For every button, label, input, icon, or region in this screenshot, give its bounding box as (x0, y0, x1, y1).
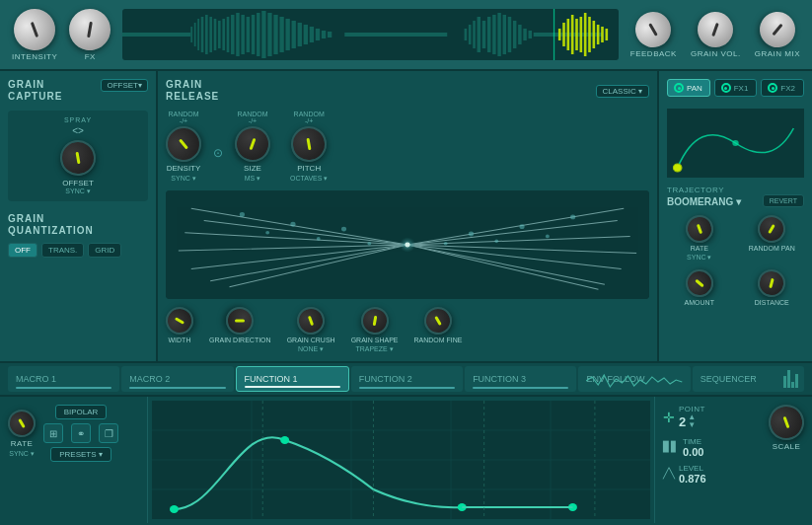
svg-rect-55 (601, 27, 604, 42)
sequencer-item[interactable]: SEQUENCER (693, 366, 804, 392)
copy-icon-btn[interactable]: ❐ (99, 423, 118, 443)
svg-point-89 (732, 140, 738, 146)
bottom-section: RATE SYNC ▾ BIPOLAR ⊞ ⚭ ❐ PRESETS ▾ (0, 397, 812, 523)
point-info-section: ✛ POINT 2 ▲ ▼ ▊▋ TIME (663, 405, 757, 485)
time-label: TIME (683, 437, 701, 446)
distance-group: DISTANCE (740, 269, 805, 306)
fx1-tab[interactable]: FX1 (714, 79, 758, 97)
trajectory-section: TRAJECTORY BOOMERANG ▾ (667, 186, 741, 207)
bottom-rate-sync[interactable]: SYNC ▾ (9, 450, 34, 458)
revert-button[interactable]: REVERT (763, 194, 804, 207)
svg-point-80 (367, 242, 371, 246)
sync-label[interactable]: SYNC ▾ (65, 188, 90, 195)
amount-group: AMOUNT (667, 269, 732, 306)
offset-knob[interactable] (57, 137, 99, 179)
presets-button[interactable]: PRESETS ▾ (50, 447, 111, 462)
point-down-arrow[interactable]: ▼ (688, 421, 696, 429)
density-sync[interactable]: SYNC ▾ (171, 175, 195, 183)
bottom-left-controls: RATE SYNC ▾ BIPOLAR ⊞ ⚭ ❐ PRESETS ▾ (0, 397, 148, 523)
macro-1-item[interactable]: MACRO 1 (8, 366, 119, 392)
scale-section: SCALE (769, 405, 804, 451)
svg-rect-11 (231, 15, 234, 54)
svg-rect-7 (214, 19, 217, 50)
grain-crush-val[interactable]: NONE ▾ (298, 345, 324, 353)
macro-2-item[interactable]: MACRO 2 (121, 366, 233, 392)
offset-knob-label: OFFSET (62, 179, 94, 188)
svg-rect-15 (252, 15, 255, 54)
grain-shape-knob[interactable] (358, 305, 390, 337)
grain-dir-knob[interactable] (226, 307, 254, 335)
bottom-rate-knob[interactable] (3, 404, 40, 441)
function-1-item[interactable]: FUNCTION 1 (236, 366, 349, 392)
pitch-group: RANDOM -/+ PITCH OCTAVES ▾ (290, 111, 328, 183)
size-knob[interactable] (230, 121, 275, 167)
point-value-row: 2 ▲ ▼ (679, 413, 705, 429)
trajectory-row: TRAJECTORY BOOMERANG ▾ REVERT (667, 186, 804, 207)
fx2-tab[interactable]: FX2 (761, 79, 804, 97)
grain-crush-label: GRAIN CRUSH (287, 337, 335, 343)
random-pan-knob[interactable] (753, 210, 790, 248)
svg-rect-19 (274, 15, 278, 54)
random-fine-knob[interactable] (419, 302, 457, 339)
grain-vol-knob[interactable] (693, 6, 738, 51)
offset-badge[interactable]: OFFSET▾ (101, 79, 148, 92)
feedback-control: FEEDBACK (630, 12, 677, 58)
density-random-label: RANDOM -/+ (168, 111, 198, 124)
env-follow-item[interactable]: ENV FOLLOW (578, 366, 690, 392)
svg-rect-30 (465, 29, 468, 40)
grain-crush-knob[interactable] (293, 303, 329, 338)
svg-rect-0 (122, 33, 190, 37)
width-label: WIDTH (169, 337, 191, 343)
density-knob[interactable] (159, 119, 209, 170)
bars-icon: ▊▋ (663, 441, 679, 452)
svg-rect-8 (218, 21, 221, 48)
svg-point-74 (405, 243, 409, 248)
scale-knob[interactable] (764, 400, 809, 445)
envelope-display-area[interactable] (148, 397, 654, 523)
function-2-item[interactable]: FUNCTION 2 (351, 366, 463, 392)
grain-capture-panel: GRAIN CAPTURE OFFSET▾ SPRAY <> OFFSET SY… (0, 71, 158, 361)
rate-sync[interactable]: SYNC ▾ (687, 254, 711, 262)
amount-knob[interactable] (680, 263, 718, 302)
grain-mix-knob[interactable] (753, 4, 803, 54)
quant-trans-btn[interactable]: TRANS. (41, 243, 84, 258)
distance-knob[interactable] (755, 266, 788, 300)
pan-display[interactable] (667, 109, 804, 178)
pitch-unit[interactable]: OCTAVES ▾ (290, 175, 328, 183)
waveform-display[interactable] (122, 9, 619, 60)
pitch-knob[interactable] (288, 123, 330, 165)
rate-knob[interactable] (682, 211, 717, 247)
feedback-knob[interactable] (629, 5, 678, 53)
quant-off-btn[interactable]: OFF (8, 243, 37, 258)
spray-label: SPRAY (64, 116, 92, 123)
svg-rect-49 (575, 19, 578, 50)
pan-tab[interactable]: PAN (667, 79, 710, 97)
function-3-item[interactable]: FUNCTION 3 (465, 366, 576, 392)
grain-dir-label: GRAIN DIRECTION (209, 337, 271, 343)
pitch-label: PITCH (297, 164, 321, 173)
top-right-knobs: FEEDBACK GRAIN VOL. GRAIN MIX (630, 12, 800, 58)
width-knob[interactable] (161, 302, 198, 339)
intensity-knob[interactable] (8, 3, 61, 56)
env-follow-viz (586, 373, 682, 389)
macro-1-line (16, 387, 111, 389)
quant-grid-btn[interactable]: GRID (88, 243, 121, 258)
chain-icon-btn[interactable]: ⚭ (71, 423, 91, 443)
fx-knob[interactable] (66, 5, 114, 53)
fx-label: FX (85, 52, 96, 61)
bipolar-button[interactable]: BIPOLAR (55, 405, 108, 419)
svg-rect-46 (562, 23, 565, 46)
grid-icon-btn[interactable]: ⊞ (43, 423, 63, 443)
grain-shape-val[interactable]: TRAPEZE ▾ (355, 345, 393, 353)
size-unit[interactable]: MS ▾ (245, 175, 260, 183)
grain-dir-group: GRAIN DIRECTION (209, 307, 271, 343)
svg-point-78 (317, 237, 321, 241)
svg-rect-22 (292, 21, 296, 48)
amount-label: AMOUNT (685, 299, 714, 306)
classic-badge[interactable]: CLASSIC ▾ (596, 85, 649, 98)
fx-control: FX (69, 9, 111, 61)
svg-rect-31 (469, 25, 472, 44)
trajectory-value[interactable]: BOOMERANG ▾ (667, 196, 741, 207)
crosshair-icon[interactable]: ✛ (663, 410, 675, 425)
svg-point-81 (444, 242, 448, 246)
